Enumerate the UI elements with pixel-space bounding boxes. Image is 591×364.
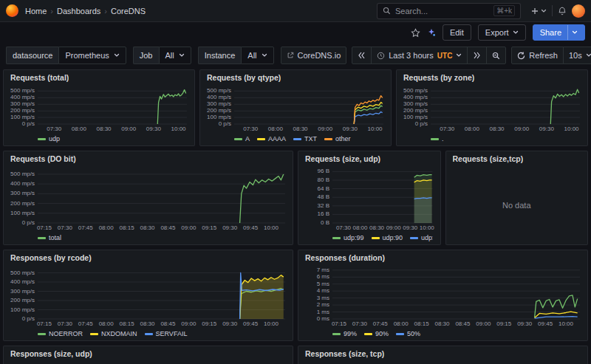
chart-requests-by-qtype[interactable]: 0 p/s100 mp/s200 mp/s300 mp/s400 mp/s500… (200, 85, 391, 145)
search-input[interactable]: Search... ⌘+k (377, 3, 521, 19)
y-axis-label: 0 ms (300, 316, 329, 322)
x-axis-label: 08:00 (352, 225, 367, 231)
legend-item-other[interactable]: other (324, 135, 351, 142)
panel-header[interactable]: Requests (by zone) (397, 70, 587, 85)
panel-header[interactable]: Responses (size, tcp) (298, 346, 587, 361)
legend-item-udp:99[interactable]: udp:99 (332, 234, 364, 241)
y-axis-label: 200 mp/s (398, 108, 428, 114)
legend-item-NOERROR[interactable]: NOERROR (38, 330, 83, 337)
job-value[interactable]: All (159, 47, 191, 64)
chart-requests-by-zone[interactable]: 0 p/s100 mp/s200 mp/s300 mp/s400 mp/s500… (397, 85, 587, 145)
star-button[interactable] (411, 28, 420, 38)
x-axis-label: 08:00 (99, 321, 114, 327)
legend-item-udp:50[interactable]: udp:50 (410, 234, 432, 241)
y-axis-label: 300 mp/s (398, 101, 428, 107)
x-axis-label: 09:15 (202, 321, 216, 327)
user-avatar[interactable] (572, 4, 585, 18)
x-axis-label: 07:30 (58, 225, 72, 231)
y-axis-label: 300 mp/s (202, 101, 231, 107)
y-axis-label: 80 B (300, 177, 329, 183)
x-axis-label: 08:00 (99, 225, 114, 231)
legend-item-99%[interactable]: 99% (332, 330, 357, 337)
panel-title: Responses (size, udp) (10, 349, 92, 358)
x-axis-label: 09:00 (121, 126, 136, 132)
nav-icons (530, 4, 585, 18)
panel-header[interactable]: Responses (duration) (298, 250, 587, 265)
legend-item-total[interactable]: total (38, 234, 61, 241)
legend-item-udp:90[interactable]: udp:90 (372, 234, 403, 241)
time-shift-forward-button[interactable] (467, 47, 487, 64)
legend-item-NXDOMAIN[interactable]: NXDOMAIN (90, 330, 137, 337)
y-axis-label: 2 ms (300, 302, 329, 308)
plot-area[interactable]: 0 p/s100 mp/s200 mp/s300 mp/s400 mp/s500… (38, 267, 285, 319)
panel-header[interactable]: Requests (size,tcp) (446, 151, 588, 166)
plot-area[interactable]: 0 p/s100 mp/s200 mp/s300 mp/s400 mp/s500… (431, 87, 580, 124)
zoom-out-button[interactable] (486, 47, 506, 64)
legend-item-TXT[interactable]: TXT (293, 135, 317, 142)
refresh-interval-picker[interactable]: 10s (563, 47, 591, 64)
panel-header[interactable]: Responses (size, udp) (4, 346, 293, 361)
search-placeholder: Search... (395, 7, 428, 16)
panel-header[interactable]: Requests (size, udp) (298, 151, 440, 166)
chevron-down-icon (541, 8, 547, 14)
panel-requests-by-qtype: Requests (by qtype) 0 p/s100 mp/s200 mp/… (199, 69, 392, 146)
chart-responses-by-rcode[interactable]: 0 p/s100 mp/s200 mp/s300 mp/s400 mp/s500… (4, 265, 293, 340)
chart-requests-size-udp[interactable]: 0 B16 B32 B48 B64 B80 B96 B07:3008:0008:… (298, 166, 440, 244)
plot-area[interactable]: 0 ms1 ms2 ms3 ms4 ms5 ms6 ms7 ms07:1507:… (332, 267, 580, 319)
star-icon (411, 28, 420, 38)
y-axis-label: 300 mp/s (5, 289, 35, 295)
x-axis-label: 10:00 (264, 225, 279, 231)
instance-value[interactable]: All (241, 47, 273, 64)
datasource-value[interactable]: Prometheus (58, 47, 126, 64)
grafana-logo-icon[interactable] (6, 4, 18, 17)
panel-requests-by-zone: Requests (by zone) 0 p/s100 mp/s200 mp/s… (396, 69, 588, 146)
x-axis-label: 10:00 (171, 126, 186, 132)
share-button[interactable]: Share (533, 24, 585, 41)
time-shift-back-button[interactable] (352, 47, 372, 64)
x-axis-label: 07:30 (243, 126, 258, 132)
x-axis-label: 08:30 (97, 126, 112, 132)
clock-icon (377, 52, 385, 60)
x-axis-label: 09:00 (181, 225, 196, 231)
refresh-button[interactable]: Refresh (511, 47, 564, 64)
x-axis-label: 09:15 (496, 321, 511, 327)
legend-item-A[interactable]: A (234, 135, 250, 142)
panel-header[interactable]: Requests (total) (4, 70, 194, 85)
export-button[interactable]: Export (478, 24, 526, 41)
breadcrumb-coredns[interactable]: CoreDNS (109, 7, 148, 16)
legend-item-SERVFAIL[interactable]: SERVFAIL (145, 330, 188, 337)
search-shortcut: ⌘+k (493, 5, 515, 16)
panel-header[interactable]: Responses (by rcode) (4, 250, 293, 265)
chart-requests-total[interactable]: 0 p/s100 mp/s200 mp/s300 mp/s400 mp/s500… (4, 85, 194, 145)
legend-item-AAAA[interactable]: AAAA (257, 135, 286, 142)
x-axis-label: 10:00 (564, 126, 579, 132)
plot-area[interactable]: 0 p/s100 mp/s200 mp/s300 mp/s400 mp/s500… (38, 87, 187, 124)
dashboard-toolbar: Edit Export Share (0, 22, 591, 43)
x-axis-label: 08:45 (160, 321, 175, 327)
plot-area[interactable]: 0 B16 B32 B48 B64 B80 B96 B07:3008:0008:… (332, 168, 433, 223)
panel-header[interactable]: Requests (by qtype) (200, 70, 391, 85)
panel-header[interactable]: Requests (DO bit) (4, 151, 293, 166)
plot-area[interactable]: 0 p/s100 mp/s200 mp/s300 mp/s400 mp/s500… (234, 87, 383, 124)
legend-item-.[interactable]: . (431, 135, 444, 142)
chart-responses-duration[interactable]: 0 ms1 ms2 ms3 ms4 ms5 ms6 ms7 ms07:1507:… (298, 265, 587, 340)
coredns-link-button[interactable]: CoreDNS.io (281, 47, 347, 64)
legend-item-udp[interactable]: udp (38, 135, 60, 142)
x-axis-label: 08:45 (160, 225, 175, 231)
legend: udp:99udp:90udp:50 (332, 233, 433, 242)
notifications-button[interactable] (558, 7, 567, 16)
x-axis-label: 09:45 (243, 321, 258, 327)
x-axis-label: 10:00 (264, 321, 279, 327)
legend-item-90%[interactable]: 90% (364, 330, 389, 337)
plot-area[interactable]: 0 p/s100 mp/s200 mp/s300 mp/s400 mp/s500… (38, 168, 285, 223)
time-range-picker[interactable]: Last 3 hours UTC (371, 47, 468, 64)
edit-button[interactable]: Edit (443, 24, 471, 41)
assistant-button[interactable] (427, 28, 436, 37)
breadcrumb-home[interactable]: Home (23, 7, 49, 16)
legend-item-50%[interactable]: 50% (396, 330, 420, 337)
add-button[interactable] (530, 7, 547, 16)
chart-requests-do-bit[interactable]: 0 p/s100 mp/s200 mp/s300 mp/s400 mp/s500… (4, 166, 293, 244)
breadcrumb-dashboards[interactable]: Dashboards (55, 7, 103, 16)
x-axis-label: 07:45 (78, 321, 93, 327)
external-link-icon (287, 52, 294, 59)
